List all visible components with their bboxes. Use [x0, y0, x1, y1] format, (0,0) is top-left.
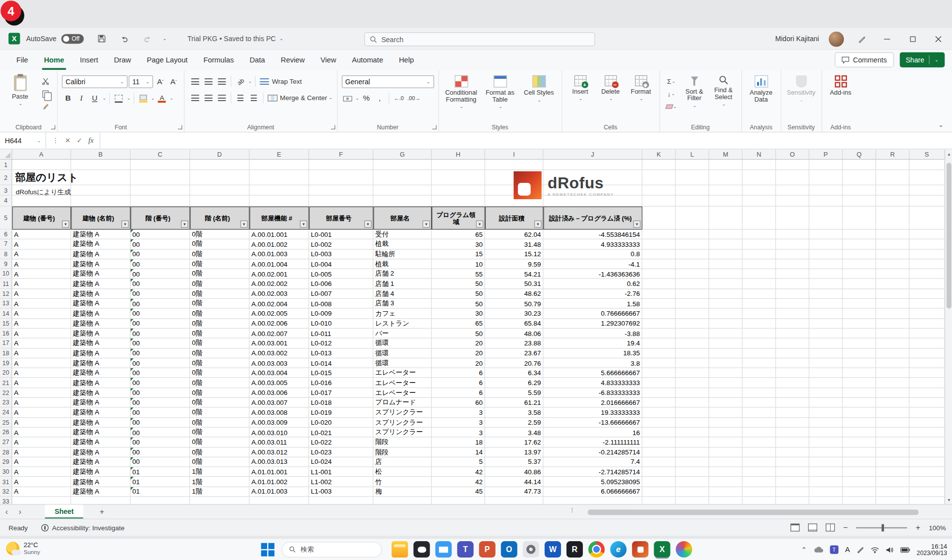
cell[interactable]: 17.62	[485, 438, 544, 448]
cell[interactable]	[909, 185, 945, 196]
cell[interactable]: -13.66666667	[543, 418, 642, 428]
cell[interactable]: A.01.01.002	[250, 477, 309, 487]
cell[interactable]	[373, 497, 432, 504]
cell[interactable]	[909, 487, 945, 497]
increase-indent-button[interactable]	[248, 92, 260, 104]
cell[interactable]: 0階	[190, 378, 249, 388]
cell[interactable]: L0-006	[309, 279, 374, 289]
cell[interactable]	[676, 259, 709, 269]
cell[interactable]: L0-023	[309, 448, 374, 457]
cell[interactable]: 0階	[190, 279, 249, 289]
column-filter-header[interactable]: 設計済み－プログラム済 (%)▾	[543, 207, 642, 230]
cell[interactable]: A.00.03.011	[250, 438, 309, 448]
font-color-button[interactable]: A	[156, 92, 168, 105]
share-button[interactable]: Share ⌄	[899, 52, 945, 67]
cell[interactable]	[709, 477, 742, 487]
row-header-13[interactable]: 13	[0, 299, 12, 309]
zoom-slider-knob[interactable]	[882, 524, 884, 531]
cell[interactable]: A.00.03.005	[250, 378, 309, 388]
cell[interactable]	[909, 418, 945, 428]
cell[interactable]: A	[12, 378, 71, 388]
cell[interactable]	[642, 388, 675, 398]
cell[interactable]	[876, 207, 909, 230]
cell[interactable]	[876, 319, 909, 329]
cell[interactable]: L0-015	[309, 368, 374, 378]
cell[interactable]	[709, 279, 742, 289]
cell[interactable]	[742, 185, 776, 196]
start-button[interactable]	[260, 542, 276, 558]
cell[interactable]: 18	[432, 438, 485, 448]
cell[interactable]: 店	[373, 457, 432, 467]
column-header-I[interactable]: I	[485, 149, 544, 159]
cell[interactable]	[876, 249, 909, 259]
zoom-in-button[interactable]: +	[916, 523, 920, 532]
decrease-font-size-button[interactable]: Aˇ	[168, 76, 180, 88]
merge-center-label[interactable]: Merge & Center	[280, 94, 327, 102]
cell[interactable]: 0階	[190, 259, 249, 269]
cell[interactable]	[842, 497, 876, 504]
filter-button[interactable]: ▾	[300, 221, 307, 228]
row-header-29[interactable]: 29	[0, 457, 12, 467]
cell[interactable]	[909, 497, 945, 504]
cell[interactable]	[776, 269, 809, 279]
cell[interactable]: 40.86	[485, 467, 544, 477]
cell[interactable]	[809, 319, 842, 329]
cell[interactable]	[776, 358, 809, 368]
cell[interactable]	[709, 239, 742, 249]
taskbar-weather-widget[interactable]: 22°C Sunny	[6, 541, 40, 556]
cell[interactable]	[842, 418, 876, 428]
cell[interactable]: A	[12, 368, 71, 378]
cell[interactable]: 6	[432, 368, 485, 378]
cell[interactable]	[909, 319, 945, 329]
cell[interactable]	[809, 249, 842, 259]
cell[interactable]	[642, 309, 675, 319]
cell[interactable]: A	[12, 319, 71, 329]
cell[interactable]: 6	[432, 388, 485, 398]
cell[interactable]	[776, 279, 809, 289]
cell[interactable]: 54.21	[485, 269, 544, 279]
cell[interactable]	[809, 348, 842, 358]
cell[interactable]: L0-012	[309, 338, 374, 348]
align-top-button[interactable]	[189, 75, 201, 88]
cell[interactable]	[776, 249, 809, 259]
cell[interactable]: 1.292307692	[543, 319, 642, 329]
borders-button[interactable]	[113, 92, 125, 105]
taskbar-app-color-tool[interactable]	[676, 541, 692, 558]
cell[interactable]	[776, 398, 809, 408]
cell[interactable]	[130, 185, 190, 196]
autosave-toggle[interactable]: Off	[61, 34, 84, 44]
cell[interactable]	[130, 170, 190, 185]
cell[interactable]: 5.59	[485, 388, 544, 398]
cell[interactable]	[909, 229, 945, 239]
cell[interactable]	[742, 368, 776, 378]
cell[interactable]: 60	[432, 398, 485, 408]
format-painter-button[interactable]	[38, 101, 53, 112]
cell[interactable]	[809, 170, 842, 185]
cell[interactable]	[742, 249, 776, 259]
cell[interactable]: L0-008	[309, 299, 374, 309]
cell[interactable]	[676, 467, 709, 477]
cell[interactable]	[842, 477, 876, 487]
cell[interactable]: 循環	[373, 358, 432, 368]
column-filter-header[interactable]: 建物 (名前)▾	[71, 207, 130, 230]
cell[interactable]: L0-022	[309, 438, 374, 448]
row-header-7[interactable]: 7	[0, 239, 12, 249]
cell[interactable]	[543, 497, 642, 504]
cell[interactable]: 建築物 A	[71, 448, 130, 457]
cell[interactable]: A.00.02.003	[250, 289, 309, 299]
cell[interactable]: 建築物 A	[71, 319, 130, 329]
cell[interactable]	[676, 398, 709, 408]
cell[interactable]	[742, 309, 776, 319]
cell[interactable]	[809, 448, 842, 457]
cell[interactable]	[909, 358, 945, 368]
cell[interactable]	[842, 196, 876, 207]
cell[interactable]: A	[12, 388, 71, 398]
merge-center-button[interactable]	[267, 92, 279, 104]
ribbon-tab-file[interactable]: File	[8, 50, 36, 70]
row-header-19[interactable]: 19	[0, 358, 12, 368]
cell[interactable]	[909, 279, 945, 289]
tray-expand-icon[interactable]: ⌃	[801, 546, 807, 554]
cell[interactable]	[742, 239, 776, 249]
cell[interactable]	[876, 309, 909, 319]
cell[interactable]: A	[12, 249, 71, 259]
